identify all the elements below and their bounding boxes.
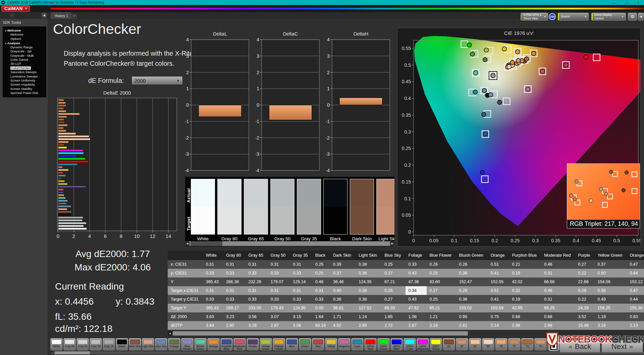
table-cell: 289.17 xyxy=(223,304,245,312)
display-control-dropdown[interactable]: Direct Display Control ▼ xyxy=(591,13,626,20)
meter-dropdown[interactable]: X-Rite i1Pro 2Direct View ▼ xyxy=(521,13,548,20)
sidebar-item-colorchecker[interactable]: ColorChecker xyxy=(3,66,46,70)
patch-button-purple[interactable]: Purple xyxy=(247,338,259,351)
close-button[interactable]: × xyxy=(637,1,639,5)
patch-button-7e[interactable]: 7E xyxy=(495,338,507,351)
patch-color-chip xyxy=(483,340,493,344)
patch-button-white[interactable]: White xyxy=(50,338,63,351)
patch-button-blue-sky[interactable]: Blue Sky xyxy=(155,338,167,351)
swatch-scrollbar[interactable]: ◀ ▶ xyxy=(185,241,394,246)
patch-button-7h[interactable]: 7H xyxy=(534,338,547,351)
col-header: Blue Flower xyxy=(427,251,456,260)
measured-circle-marker xyxy=(604,192,608,196)
col-header: Gray 50 xyxy=(268,251,290,260)
patch-button-2e[interactable]: 2E xyxy=(443,338,455,351)
patch-button-orange-yellow[interactable]: Orange Yellow xyxy=(273,338,285,351)
patch-button-100-red[interactable]: 100% Red xyxy=(364,338,377,351)
patch-button-magenta[interactable]: Magenta xyxy=(338,338,351,351)
patch-color-chip xyxy=(339,340,349,344)
patch-button-2f[interactable]: 2F xyxy=(456,338,468,351)
patch-button-red[interactable]: Red xyxy=(312,338,324,351)
sidebar-item-luminance-sweeps[interactable]: Luminance Sweeps xyxy=(3,74,46,78)
meter-count-badge[interactable]: 234 xyxy=(549,13,556,20)
sidebar-item-color-gamut[interactable]: Color Gamut xyxy=(3,58,46,62)
swatch-actual xyxy=(324,179,347,207)
patch-strip-scrollbar[interactable]: ◀ xyxy=(50,351,644,354)
patch-color-chip xyxy=(444,340,454,344)
sidebar-item-screen-angularity[interactable]: Screen Angularity xyxy=(3,83,46,87)
sidebar-item-grayscale-2pt[interactable]: Grayscale - 2pt xyxy=(3,49,46,53)
patch-button-100-blue[interactable]: 100% Blue xyxy=(390,338,403,351)
minimize-button[interactable]: — xyxy=(612,1,616,5)
sidebar-item-screen-stability[interactable]: Screen Stability xyxy=(3,87,46,91)
calman-menu-button[interactable]: CalMAN ▼ xyxy=(1,5,30,12)
sidebar-item-options[interactable]: Options xyxy=(3,37,46,41)
sidebar-item-3d-lut[interactable]: 3D LUT xyxy=(3,62,46,66)
sidebar-group-analysis[interactable]: ▾Analysis xyxy=(3,41,46,45)
patch-button-gray-50[interactable]: Gray 50 xyxy=(90,338,102,351)
sidebar-item-grayscale-multi[interactable]: Grayscale - Multi xyxy=(3,54,46,58)
patch-button-7g[interactable]: 7G xyxy=(521,338,534,351)
patch-button-gray-65[interactable]: Gray 65 xyxy=(76,338,89,351)
sidebar-group-welcome[interactable]: ▾Welcome xyxy=(3,28,46,33)
calman-window: CM CalMAN 2019 CalMAN Ultimate for Busin… xyxy=(0,0,644,355)
panel-collapse-button[interactable]: ◀ xyxy=(638,13,644,20)
table-cell: 47.62 xyxy=(406,304,427,312)
swatch-name: Black xyxy=(323,236,347,241)
sidebar-item-welcome[interactable]: Welcome xyxy=(3,33,46,37)
scroll-right-icon[interactable]: ▶ xyxy=(390,241,394,246)
patch-button-100-cyan[interactable]: 100% Cyan xyxy=(404,338,416,351)
patch-button-blue-flower[interactable]: Blue Flower xyxy=(181,338,194,351)
table-cell: 68.25 xyxy=(541,304,575,312)
scrollbar-thumb[interactable] xyxy=(191,241,222,246)
tab-history-1[interactable]: History 1 xyxy=(51,12,71,19)
patch-button-bluish-green[interactable]: Bluish Green xyxy=(194,338,207,351)
patch-button-5d[interactable]: 5D xyxy=(482,338,494,351)
swatch-name: Gray 50 xyxy=(270,236,294,241)
patch-button-dark-skin[interactable]: Dark Skin xyxy=(129,338,141,351)
scrollbar-thumb[interactable] xyxy=(55,351,90,354)
swatch-dark-skin: Dark Skin xyxy=(350,179,374,241)
svg-text:12: 12 xyxy=(150,233,156,239)
patch-button-100-yellow[interactable]: 100% Yellow xyxy=(430,338,442,351)
patch-button-100-green[interactable]: 100% Green xyxy=(377,338,390,351)
patch-button-gray-80[interactable]: Gray 80 xyxy=(63,338,76,351)
patch-button-green[interactable]: Green xyxy=(299,338,311,351)
scroll-left-icon[interactable]: ◀ xyxy=(185,241,190,246)
patch-button-blue[interactable]: Blue xyxy=(286,338,298,351)
scroll-left-icon[interactable]: ◀ xyxy=(168,331,172,336)
table-cell: 1.65 xyxy=(381,312,405,321)
patch-button-7f[interactable]: 7F xyxy=(508,338,521,351)
patch-button-foliage[interactable]: Foliage xyxy=(168,338,180,351)
patch-button-gray-35[interactable]: Gray 35 xyxy=(103,338,115,351)
table-cell: 0.36 xyxy=(330,295,356,304)
sidebar-item-dynamic-range[interactable]: Dynamic Range xyxy=(3,45,46,49)
patch-button-light-skin[interactable]: Light Skin xyxy=(142,338,154,351)
patch-button-yellow-green[interactable]: Yellow Green xyxy=(260,338,272,351)
restore-button[interactable]: □ xyxy=(626,1,628,5)
sidebar-item-screen-uniformity[interactable]: Screen Uniformity xyxy=(3,79,46,83)
nav-radio-icon[interactable] xyxy=(10,13,14,17)
patch-button-moderate-red[interactable]: Moderate Red xyxy=(233,338,246,351)
patch-color-chip xyxy=(379,340,388,344)
sidebar-collapse-button[interactable]: ◀ xyxy=(42,13,47,18)
patch-button-2k[interactable]: 2K xyxy=(469,338,481,351)
col-header: Gray 65 xyxy=(245,251,267,260)
add-tab-button[interactable]: + xyxy=(71,13,77,19)
sidebar-item-saturation-sweeps[interactable]: Saturation Sweeps xyxy=(3,70,46,74)
patch-button-purplish-blue[interactable]: Purplish Blue xyxy=(220,338,233,351)
scrollbar-thumb[interactable] xyxy=(173,331,468,336)
settings-button[interactable]: ⚙ xyxy=(628,13,637,20)
source-dropdown[interactable]: Source ▼ xyxy=(558,13,589,20)
patch-button-cyan[interactable]: Cyan xyxy=(351,338,364,351)
scroll-left-icon[interactable]: ◀ xyxy=(50,351,54,354)
de-formula-dropdown[interactable]: 2000 ▼ xyxy=(131,76,183,85)
patch-button-black[interactable]: Black xyxy=(116,338,128,351)
table-cell: 0.37 xyxy=(595,260,627,269)
patch-button-orange[interactable]: Orange xyxy=(207,338,220,351)
workflow-tree: ▾WelcomeWelcomeOptions▾AnalysisDynamic R… xyxy=(3,27,46,97)
table-cell: 0.33 xyxy=(268,269,290,277)
patch-button-100-magenta[interactable]: 100% Magenta xyxy=(417,338,429,351)
patch-button-yellow[interactable]: Yellow xyxy=(325,338,337,351)
sidebar-item-spectral-power-dist-[interactable]: Spectral Power Dist. xyxy=(3,91,46,95)
